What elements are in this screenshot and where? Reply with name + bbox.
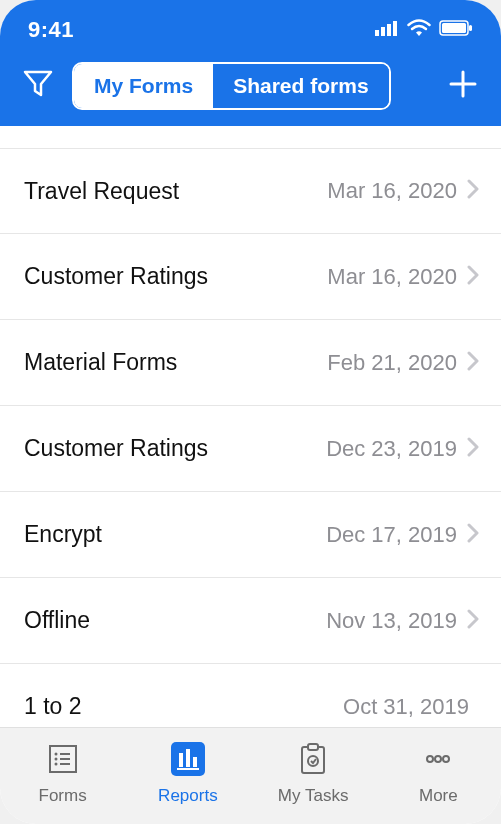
list-item-date: Nov 13, 2019: [326, 608, 457, 634]
svg-point-22: [427, 756, 433, 762]
list-item[interactable]: Travel Request Mar 16, 2020: [0, 148, 501, 234]
svg-rect-3: [393, 21, 397, 36]
list-item[interactable]: Encrypt Dec 17, 2019: [0, 492, 501, 578]
chevron-right-icon: [467, 437, 479, 461]
nav-reports[interactable]: Reports: [125, 738, 250, 806]
list-item-date: Oct 31, 2019: [343, 694, 469, 720]
chevron-right-icon: [467, 609, 479, 633]
svg-point-23: [435, 756, 441, 762]
list-item[interactable]: 1 to 2 Oct 31, 2019: [0, 664, 501, 727]
list-item-title: Travel Request: [24, 178, 327, 205]
svg-rect-5: [442, 23, 466, 33]
plus-icon: [448, 69, 478, 103]
bottom-nav: Forms Reports My Tasks More: [0, 727, 501, 824]
list-item-date: Feb 21, 2020: [327, 350, 457, 376]
forms-icon: [42, 738, 84, 780]
filter-icon: [23, 70, 53, 102]
svg-rect-1: [381, 27, 385, 36]
status-time: 9:41: [28, 17, 74, 43]
svg-rect-0: [375, 30, 379, 36]
nav-label: Forms: [39, 786, 87, 806]
svg-point-12: [54, 763, 57, 766]
svg-rect-16: [186, 749, 190, 767]
chevron-right-icon: [467, 523, 479, 547]
list-item[interactable]: Customer Ratings Dec 23, 2019: [0, 406, 501, 492]
svg-rect-2: [387, 24, 391, 36]
header: 9:41 My Forms Shared fo: [0, 0, 501, 126]
svg-point-21: [308, 756, 318, 766]
app-screen: 9:41 My Forms Shared fo: [0, 0, 501, 824]
nav-forms[interactable]: Forms: [0, 738, 125, 806]
svg-rect-6: [469, 25, 472, 31]
nav-label: Reports: [158, 786, 218, 806]
tab-shared-forms[interactable]: Shared forms: [213, 64, 388, 108]
svg-rect-17: [193, 757, 197, 767]
list-item-date: Mar 16, 2020: [327, 264, 457, 290]
battery-icon: [439, 20, 473, 40]
svg-point-10: [54, 758, 57, 761]
list-item[interactable]: Customer Ratings Mar 16, 2020: [0, 234, 501, 320]
nav-label: More: [419, 786, 458, 806]
filter-button[interactable]: [18, 66, 58, 106]
svg-rect-15: [179, 753, 183, 767]
reports-icon: [167, 738, 209, 780]
list-item-date: Mar 16, 2020: [327, 178, 457, 204]
chevron-right-icon: [467, 265, 479, 289]
list-item-title: Offline: [24, 607, 326, 634]
wifi-icon: [407, 19, 431, 41]
list-item-title: Customer Ratings: [24, 435, 326, 462]
nav-my-tasks[interactable]: My Tasks: [251, 738, 376, 806]
list-item-title: Encrypt: [24, 521, 326, 548]
list-item-title: Material Forms: [24, 349, 327, 376]
tasks-icon: [292, 738, 334, 780]
add-button[interactable]: [443, 66, 483, 106]
list-item-date: Dec 17, 2019: [326, 522, 457, 548]
svg-rect-20: [308, 744, 318, 750]
chevron-right-icon: [467, 351, 479, 375]
list-item-title: 1 to 2: [24, 693, 343, 720]
segmented-control: My Forms Shared forms: [72, 62, 391, 110]
list-item[interactable]: Offline Nov 13, 2019: [0, 578, 501, 664]
toolbar: My Forms Shared forms: [0, 54, 501, 126]
status-bar: 9:41: [0, 14, 501, 54]
status-icons: [375, 19, 473, 41]
chevron-right-icon: [467, 179, 479, 203]
more-icon: [417, 738, 459, 780]
tab-my-forms[interactable]: My Forms: [74, 64, 213, 108]
cellular-icon: [375, 20, 399, 40]
svg-point-8: [54, 753, 57, 756]
svg-point-24: [443, 756, 449, 762]
list-item[interactable]: Material Forms Feb 21, 2020: [0, 320, 501, 406]
nav-more[interactable]: More: [376, 738, 501, 806]
list-item-title: Customer Ratings: [24, 263, 327, 290]
list-item-date: Dec 23, 2019: [326, 436, 457, 462]
forms-list: Travel Request Mar 16, 2020 Customer Rat…: [0, 126, 501, 727]
nav-label: My Tasks: [278, 786, 349, 806]
